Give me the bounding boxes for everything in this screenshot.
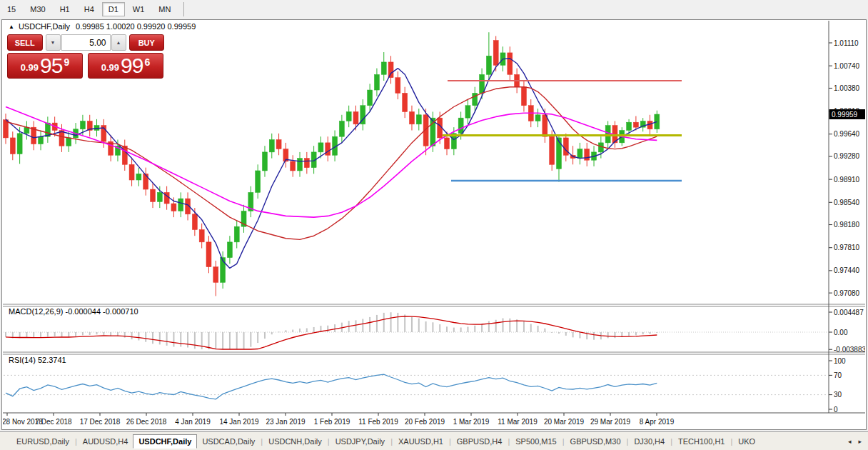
buy-price-button[interactable]: 0.99996: [88, 53, 163, 79]
svg-text:4 Jan 2019: 4 Jan 2019: [175, 418, 211, 426]
svg-text:-0.003883: -0.003883: [834, 346, 865, 354]
timeframe-button-m15[interactable]: 15: [1, 2, 22, 16]
tab-usdcnh-daily[interactable]: USDCNH,Daily: [263, 435, 327, 448]
timeframe-button-w1[interactable]: W1: [126, 2, 151, 16]
volume-input[interactable]: [61, 34, 111, 51]
trading-terminal-window: 15 M30 H1 H4 D1 W1 MN 1.011101.007401.00…: [0, 0, 868, 450]
sell-price-pip: 9: [64, 56, 69, 68]
tab-dj30-h4[interactable]: DJ30,H4: [629, 435, 670, 448]
svg-text:0.99640: 0.99640: [834, 130, 860, 138]
rsi-axis[interactable]: 10070300: [829, 357, 846, 414]
sell-price-big: 95: [40, 55, 62, 76]
timeframe-button-d1[interactable]: D1: [102, 2, 125, 16]
svg-text:1.00380: 1.00380: [834, 84, 860, 92]
svg-text:0.98180: 0.98180: [834, 221, 860, 229]
timeframe-button-m30[interactable]: M30: [24, 2, 51, 16]
buy-price-big: 99: [121, 55, 143, 76]
buy-price-pip: 6: [144, 56, 150, 68]
timeframe-toolbar: 15 M30 H1 H4 D1 W1 MN: [0, 0, 868, 19]
collapse-panel-icon[interactable]: ▲: [9, 24, 14, 30]
toolbar-separator: [183, 2, 184, 16]
svg-text:0: 0: [834, 406, 838, 414]
level-lines[interactable]: [443, 81, 682, 181]
svg-text:17 Dec 2018: 17 Dec 2018: [80, 418, 121, 426]
sell-button[interactable]: SELL: [7, 34, 43, 51]
svg-text:0.98910: 0.98910: [834, 176, 860, 184]
tab-scroll-controls: ◂ ▸: [844, 436, 868, 446]
svg-text:14 Jan 2019: 14 Jan 2019: [219, 418, 258, 426]
svg-text:0.004487: 0.004487: [834, 309, 864, 316]
buy-button[interactable]: BUY: [129, 34, 165, 51]
tab-scroll-right-icon[interactable]: ▸: [854, 436, 865, 446]
volume-spinner: ▼ ▲: [46, 34, 126, 51]
svg-text:0.97810: 0.97810: [834, 244, 860, 251]
svg-text:1.01110: 1.01110: [834, 39, 859, 47]
svg-text:20 Mar 2019: 20 Mar 2019: [544, 418, 585, 426]
tab-uko[interactable]: UKO: [733, 435, 760, 448]
tab-gbpusd-h4[interactable]: GBPUSD,H4: [452, 435, 508, 448]
svg-text:0.97080: 0.97080: [834, 289, 860, 297]
svg-text:30: 30: [834, 391, 842, 399]
svg-text:20 Feb 2019: 20 Feb 2019: [405, 418, 445, 426]
date-axis[interactable]: 28 Nov 20187 Dec 201817 Dec 201826 Dec 2…: [3, 413, 675, 426]
tab-scroll-left-icon[interactable]: ◂: [844, 436, 855, 446]
tab-tech100-h1[interactable]: TECH100,H1: [673, 435, 730, 448]
svg-text:8 Apr 2019: 8 Apr 2019: [640, 418, 675, 426]
svg-text:0.97440: 0.97440: [834, 266, 860, 274]
tab-usdjpy-daily[interactable]: USDJPY,Daily: [330, 435, 390, 448]
macd-axis[interactable]: 0.0044870.00-0.003883: [829, 309, 865, 354]
ohlc-values: 0.99985 1.00020 0.99920 0.99959: [76, 22, 196, 31]
svg-text:0.99280: 0.99280: [834, 152, 860, 160]
tab-usdcad-daily[interactable]: USDCAD,Daily: [197, 435, 260, 448]
one-click-trading-panel: SELL ▼ ▲ BUY 0.99959 0.99996: [7, 34, 164, 79]
price-axis[interactable]: 1.011101.007401.003801.000100.996400.992…: [829, 39, 860, 297]
timeframe-button-mn[interactable]: MN: [152, 2, 177, 16]
svg-text:0.00: 0.00: [834, 329, 848, 336]
tab-usdchf-daily[interactable]: USDCHF,Daily: [133, 434, 197, 449]
pane-separators: [3, 21, 865, 413]
svg-text:26 Dec 2018: 26 Dec 2018: [126, 418, 167, 426]
svg-text:11 Mar 2019: 11 Mar 2019: [498, 418, 538, 426]
svg-text:29 Mar 2019: 29 Mar 2019: [590, 418, 631, 426]
indicator-gridlines: [4, 332, 828, 395]
sell-price-base: 0.99: [21, 62, 39, 73]
svg-text:100: 100: [834, 357, 846, 365]
current-price-tag: 0.99959: [829, 109, 866, 119]
chart-tab-bar: EURUSD,Daily| AUDUSD,H4 USDCHF,Daily USD…: [0, 431, 868, 450]
svg-text:0.99959: 0.99959: [832, 111, 858, 119]
svg-text:11 Feb 2019: 11 Feb 2019: [358, 418, 398, 426]
svg-text:1 Mar 2019: 1 Mar 2019: [453, 418, 490, 426]
rsi-line: [6, 374, 657, 399]
sell-price-button[interactable]: 0.99959: [7, 53, 83, 79]
svg-text:70: 70: [834, 371, 842, 379]
tab-audusd-h4[interactable]: AUDUSD,H4: [78, 435, 133, 448]
rsi-indicator-label: RSI(14) 52.3741: [9, 356, 66, 364]
tab-eurusd-daily[interactable]: EURUSD,Daily: [11, 435, 74, 448]
volume-increase-button[interactable]: ▲: [111, 34, 126, 51]
svg-text:1 Feb 2019: 1 Feb 2019: [314, 418, 350, 426]
tab-gbpusd-m30[interactable]: GBPUSD,M30: [565, 435, 626, 448]
tab-sp500-m15[interactable]: SP500,M15: [510, 435, 561, 448]
svg-text:23 Jan 2019: 23 Jan 2019: [266, 418, 305, 426]
buy-price-base: 0.99: [101, 62, 119, 73]
symbol-period-label: USDCHF,Daily: [19, 22, 70, 31]
volume-decrease-button[interactable]: ▼: [46, 34, 61, 51]
svg-text:7 Dec 2018: 7 Dec 2018: [35, 418, 72, 426]
timeframe-button-h4[interactable]: H4: [78, 2, 101, 16]
macd-indicator-label: MACD(12,26,9) -0.000044 -0.000710: [9, 307, 138, 316]
macd-histogram: [5, 312, 657, 349]
price-chart-canvas[interactable]: 1.011101.007401.003801.000100.996400.992…: [3, 20, 865, 429]
timeframe-button-h1[interactable]: H1: [54, 2, 76, 16]
svg-text:0.98540: 0.98540: [834, 199, 860, 206]
chart-title: ▲USDCHF,Daily0.99985 1.00020 0.99920 0.9…: [9, 22, 196, 31]
svg-text:1.00740: 1.00740: [834, 62, 860, 70]
tab-xauusd-h1[interactable]: XAUUSD,H1: [393, 435, 448, 448]
